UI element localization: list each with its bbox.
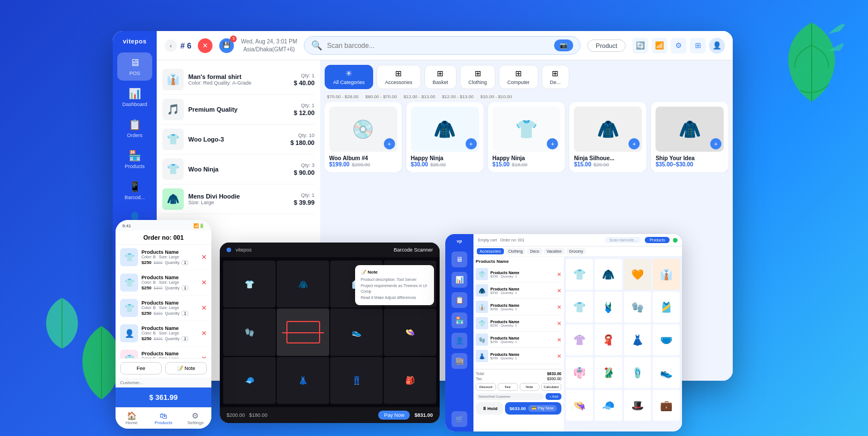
- t2-product[interactable]: 🧥: [595, 259, 622, 290]
- t2-products-icon[interactable]: 🏪: [451, 312, 467, 328]
- product-tab-button[interactable]: Product: [587, 39, 626, 52]
- t2-cat-vacation[interactable]: Vacation: [544, 248, 565, 254]
- phone-nav-products[interactable]: 🛍 Products: [148, 408, 180, 429]
- category-tab-all[interactable]: ✳ All Categories: [325, 65, 373, 89]
- t2-fee-button[interactable]: Fee: [498, 383, 518, 391]
- cart-item-qty: Qty: 1: [301, 103, 315, 108]
- t2-product[interactable]: 👗: [624, 324, 651, 355]
- t2-product[interactable]: 👟: [653, 357, 680, 388]
- t2-hold-button[interactable]: ⏸ Hold: [476, 402, 503, 415]
- sidebar-item-pos[interactable]: 🖥 POS: [117, 52, 152, 81]
- t2-remove-button[interactable]: ✕: [557, 337, 561, 343]
- t2-product[interactable]: 🩱: [595, 292, 622, 323]
- category-tab-accessories[interactable]: ⊞ Accessories: [377, 65, 421, 89]
- wifi-icon[interactable]: 📶: [652, 38, 667, 54]
- t2-pos-icon[interactable]: 🖥: [451, 252, 467, 267]
- t2-cat-clothing[interactable]: Clothing: [506, 248, 526, 254]
- add-to-cart-button[interactable]: +: [710, 138, 721, 149]
- sidebar-item-barcode[interactable]: 📱 Barcod...: [117, 176, 152, 205]
- t2-product[interactable]: 🧤: [624, 292, 651, 323]
- phone-nav-settings[interactable]: ⚙ Settings: [179, 408, 211, 429]
- t2-cat-grocery[interactable]: Grocery: [566, 248, 586, 254]
- phone-item-thumb: 👕: [120, 274, 138, 292]
- remove-item-button[interactable]: ✕: [201, 304, 207, 312]
- add-to-cart-button[interactable]: +: [547, 138, 558, 149]
- remove-item-button[interactable]: ✕: [201, 253, 207, 261]
- t2-remove-button[interactable]: ✕: [557, 353, 561, 359]
- t2-pay-now-button[interactable]: 💳 Pay Now: [528, 405, 557, 412]
- category-tab-basket[interactable]: ⊞ Basket: [424, 65, 457, 89]
- t2-customers-icon[interactable]: 👤: [451, 333, 467, 349]
- t2-product[interactable]: 👚: [566, 324, 593, 355]
- cart-item-qty: Qty: 10: [298, 133, 315, 138]
- t2-store-icon[interactable]: 🏬: [451, 353, 467, 369]
- t2-product[interactable]: 💼: [653, 390, 680, 421]
- t2-product[interactable]: 🥻: [595, 357, 622, 388]
- t2-product[interactable]: 🩲: [653, 324, 680, 355]
- t2-dashboard-icon[interactable]: 📊: [451, 272, 467, 288]
- product-card[interactable]: 👕 + Happy Ninja $15.00 $18.00: [488, 102, 565, 172]
- t2-cat-deco[interactable]: Deco: [527, 248, 542, 254]
- leaf-left-mid-decoration: [39, 295, 85, 351]
- category-tab-computer[interactable]: ⊞ Computer: [499, 65, 538, 89]
- t2-remove-button[interactable]: ✕: [557, 304, 561, 310]
- t2-remove-button[interactable]: ✕: [557, 320, 561, 327]
- category-tab-clothing[interactable]: ⊞ Clothing: [460, 65, 495, 89]
- t2-product[interactable]: 🎽: [653, 292, 680, 323]
- phone-item-name: Products Name: [141, 275, 198, 280]
- note-button[interactable]: 📝 Note: [165, 362, 207, 375]
- t2-orders-icon[interactable]: 📋: [451, 292, 467, 308]
- phone-nav-home[interactable]: 🏠 Home: [116, 408, 148, 429]
- save-order-button[interactable]: 💾 5: [219, 38, 234, 53]
- t2-discount-button[interactable]: Discount: [476, 383, 496, 391]
- product-card[interactable]: 🧥 + Ship Your Idea $35.00–$30.00: [651, 102, 728, 172]
- t2-remove-button[interactable]: ✕: [557, 271, 561, 278]
- search-input[interactable]: [327, 42, 550, 50]
- product-image: 🧥 +: [574, 107, 642, 152]
- t2-product[interactable]: 👒: [566, 390, 593, 421]
- t2-product[interactable]: 🎩: [624, 390, 651, 421]
- sidebar-item-dashboard[interactable]: 📊 Dashboard: [117, 83, 152, 112]
- remove-item-button[interactable]: ✕: [201, 279, 207, 287]
- tablet2-product-button[interactable]: Products: [645, 237, 670, 243]
- t2-cart-item: 🧥 Products Name $250 Quantity: 1 ✕: [476, 283, 561, 299]
- t2-cat-all[interactable]: Accessories: [477, 248, 504, 254]
- cart-item-thumb: 👔: [162, 69, 184, 90]
- sidebar-item-orders[interactable]: 📋 Orders: [117, 114, 152, 143]
- user-avatar[interactable]: 👤: [709, 38, 725, 54]
- prev-order-button[interactable]: ‹: [165, 39, 177, 52]
- t2-cart-item: 👕 Products Name $250 Quantity: 1 ✕: [476, 315, 561, 332]
- product-card[interactable]: 💿 + Woo Album #4 $199.00 $200.00: [325, 102, 402, 172]
- t2-remove-button[interactable]: ✕: [557, 288, 561, 294]
- t2-add-customer-button[interactable]: + Add: [546, 393, 561, 400]
- fee-button[interactable]: Fee: [120, 362, 162, 375]
- t2-product[interactable]: 🧢: [595, 390, 622, 421]
- product-card[interactable]: 🧥 + Happy Ninja $30.00 $35.00: [406, 102, 484, 172]
- add-to-cart-button[interactable]: +: [384, 138, 395, 149]
- sidebar-item-products[interactable]: 🏪 Products: [117, 145, 152, 174]
- t2-product[interactable]: 👕: [566, 259, 593, 290]
- t2-product[interactable]: 👕: [566, 292, 593, 323]
- t2-note-button[interactable]: Note: [520, 383, 540, 391]
- barcode-scan-button[interactable]: 📷: [554, 39, 573, 51]
- cart-item-meta: Color: Red Quality: A-Grade: [188, 80, 289, 86]
- category-tab-de[interactable]: ⊞ De...: [542, 65, 569, 89]
- t2-product[interactable]: 🧡: [624, 259, 651, 290]
- brand-logo: vitepos: [123, 38, 147, 45]
- t2-product[interactable]: 👘: [566, 357, 593, 388]
- settings-icon[interactable]: ⚙: [671, 38, 687, 54]
- t2-calculator-button[interactable]: Calculator: [541, 383, 561, 391]
- t2-product[interactable]: 🧣: [595, 324, 622, 355]
- product-card[interactable]: 🧥 + Ninja Silhoue... $15.00 $20.00: [569, 102, 646, 172]
- refresh-icon[interactable]: 🔄: [632, 38, 648, 54]
- remove-item-button[interactable]: ✕: [201, 329, 207, 337]
- close-order-button[interactable]: ✕: [198, 38, 212, 53]
- t2-cart-icon[interactable]: 🛒: [451, 411, 467, 427]
- t2-product[interactable]: 🩴: [624, 357, 651, 388]
- pay-now-button[interactable]: Pay Now: [378, 411, 410, 420]
- nav-label: Home: [126, 420, 138, 425]
- add-to-cart-button[interactable]: +: [466, 138, 477, 149]
- add-to-cart-button[interactable]: +: [628, 138, 640, 149]
- expand-icon[interactable]: ⊞: [690, 38, 706, 54]
- t2-product[interactable]: 👔: [653, 259, 680, 290]
